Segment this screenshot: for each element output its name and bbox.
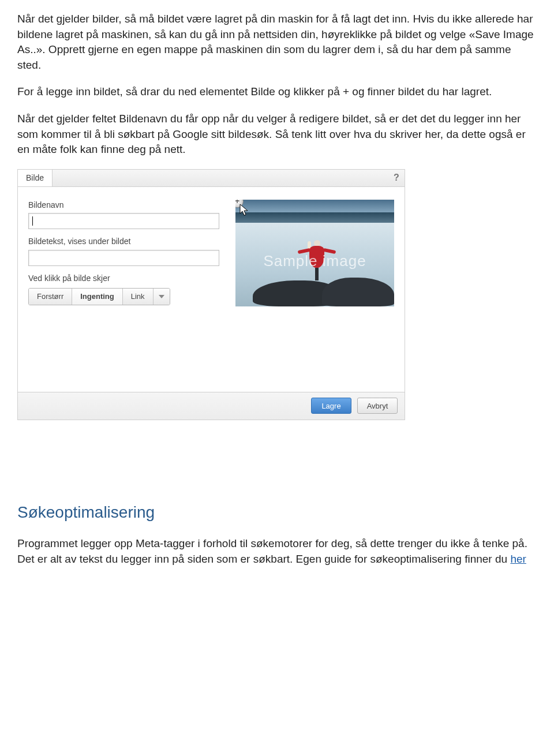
text-caret-icon (32, 216, 33, 226)
option-link[interactable]: Link (123, 289, 154, 305)
label-click-action: Ved klikk på bilde skjer (28, 273, 219, 285)
chevron-down-icon (159, 295, 164, 298)
paragraph-3: Når det gjelder feltet Bildenavn du får … (17, 111, 537, 158)
paragraph-1: Når det gjelder bilder, så må bildet vær… (17, 12, 537, 73)
option-ingenting[interactable]: Ingenting (72, 289, 123, 305)
option-forstorr[interactable]: Forstørr (29, 289, 72, 305)
label-bildenavn: Bildenavn (28, 200, 219, 211)
panel-tab-bilde[interactable]: Bilde (18, 170, 53, 186)
image-preview[interactable]: Sample image + (235, 200, 394, 306)
cancel-button[interactable]: Avbryt (357, 398, 398, 414)
dropdown-toggle[interactable] (154, 289, 170, 305)
watermark-text: Sample image (235, 250, 394, 271)
paragraph-seo: Programmet legger opp Meta-tagger i forh… (17, 536, 537, 567)
seo-body: Programmet legger opp Meta-tagger i forh… (17, 537, 527, 565)
click-action-group: Forstørr Ingenting Link (28, 288, 170, 305)
link-her[interactable]: her (510, 553, 526, 565)
panel-titlebar: Bilde ? (18, 170, 405, 187)
label-bildetekst: Bildetekst, vises under bildet (28, 236, 219, 248)
heading-seo: Søkeoptimalisering (17, 501, 537, 523)
image-editor-panel: Bilde ? Bildenavn Bildetekst, vises unde… (17, 169, 537, 420)
save-button[interactable]: Lagre (311, 398, 351, 414)
input-bildetekst[interactable] (28, 250, 219, 266)
paragraph-2: For å legge inn bildet, så drar du ned e… (17, 84, 537, 100)
help-icon[interactable]: ? (388, 170, 405, 186)
input-bildenavn[interactable] (28, 213, 219, 229)
panel-footer: Lagre Avbryt (18, 392, 405, 420)
